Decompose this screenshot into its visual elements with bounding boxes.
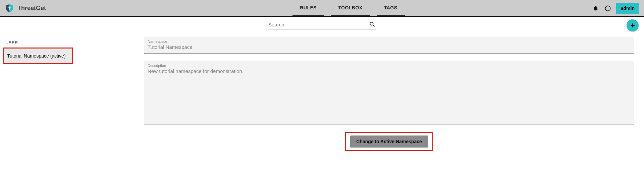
top-nav: RULES TOOLBOX TAGS: [105, 1, 592, 16]
action-highlight-box: Change to Active Namespace: [345, 132, 433, 151]
nav-tab-tags[interactable]: TAGS: [377, 1, 405, 16]
brand-logo-icon: [5, 4, 14, 13]
svg-point-0: [605, 6, 610, 11]
app-header: ThreatGet RULES TOOLBOX TAGS admin: [0, 0, 644, 17]
plus-icon: +: [630, 21, 635, 29]
sidebar-item-namespace[interactable]: Tutorial Namespace (active): [3, 48, 73, 64]
sidebar-item-wrapper: Tutorial Namespace (active): [0, 49, 134, 63]
user-menu-button[interactable]: admin: [616, 3, 639, 14]
content-panel: Namespace Tutorial Namespace Description…: [134, 34, 644, 181]
description-field-value: New tutorial namespace for demonstration…: [148, 68, 631, 74]
brand-block: ThreatGet: [5, 4, 105, 13]
add-button[interactable]: +: [627, 19, 639, 31]
search-input[interactable]: [268, 22, 367, 27]
header-right: admin: [592, 3, 639, 14]
change-active-namespace-button[interactable]: Change to Active Namespace: [350, 135, 428, 148]
nav-tab-toolbox[interactable]: TOOLBOX: [331, 1, 370, 16]
sub-toolbar: +: [0, 17, 644, 34]
sidebar: USER Tutorial Namespace (active): [0, 34, 134, 181]
nav-tab-rules[interactable]: RULES: [292, 1, 324, 16]
main-area: USER Tutorial Namespace (active) Namespa…: [0, 34, 644, 181]
status-circle-icon[interactable]: [604, 5, 611, 12]
notifications-icon[interactable]: [592, 5, 599, 12]
namespace-field-value: Tutorial Namespace: [148, 44, 631, 50]
brand-name: ThreatGet: [17, 5, 46, 12]
search-field[interactable]: [268, 21, 376, 29]
namespace-field[interactable]: Namespace Tutorial Namespace: [144, 37, 634, 54]
action-row: Change to Active Namespace: [144, 132, 634, 151]
search-icon[interactable]: [369, 21, 376, 28]
description-field-label: Description: [148, 64, 631, 68]
description-field[interactable]: Description New tutorial namespace for d…: [144, 61, 634, 124]
namespace-field-label: Namespace: [148, 39, 631, 43]
